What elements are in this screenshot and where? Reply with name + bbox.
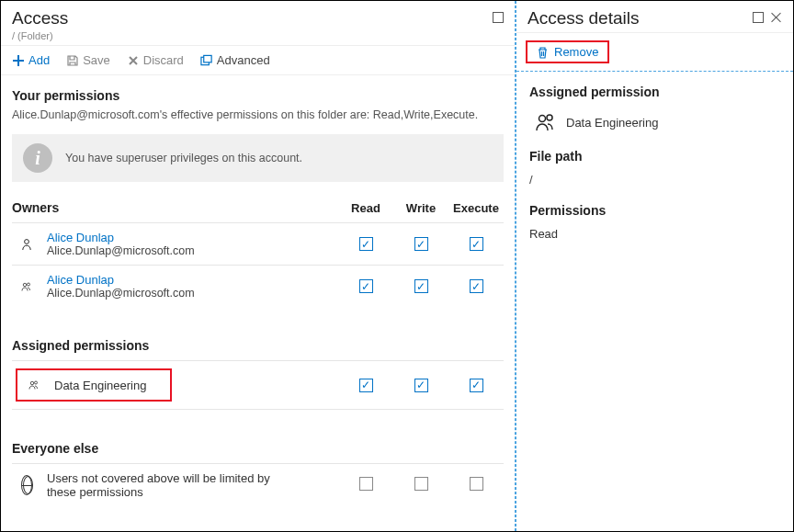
group-icon	[23, 374, 45, 396]
close-icon[interactable]	[771, 12, 782, 23]
execute-checkbox[interactable]: ✓	[470, 379, 483, 392]
add-label: Add	[28, 53, 50, 67]
discard-icon	[127, 54, 140, 67]
person-icon	[16, 233, 38, 255]
info-icon: i	[23, 143, 52, 173]
svg-point-7	[539, 116, 546, 122]
svg-rect-1	[204, 55, 211, 62]
execute-checkbox[interactable]: ✓	[470, 237, 483, 251]
advanced-button[interactable]: Advanced	[200, 53, 270, 67]
globe-icon	[16, 474, 38, 496]
remove-button[interactable]: Remove	[526, 40, 609, 63]
write-checkbox[interactable]: ✓	[414, 379, 428, 392]
plus-icon	[12, 54, 25, 67]
permissions-value: Read	[529, 227, 780, 241]
save-label: Save	[83, 53, 110, 67]
col-read: Read	[338, 200, 393, 223]
filepath-value: /	[529, 173, 780, 187]
access-pane: Access / (Folder) Add Save	[1, 1, 516, 531]
svg-point-8	[547, 115, 552, 120]
access-header: Access / (Folder)	[1, 1, 515, 45]
owners-title: Owners	[12, 200, 338, 223]
col-write: Write	[393, 200, 448, 223]
assigned-perm-title: Assigned permission	[529, 85, 780, 99]
save-button[interactable]: Save	[66, 53, 110, 67]
owners-table: Owners Read Write Execute Alice Dunlap	[12, 200, 504, 314]
col-execute: Execute	[448, 200, 504, 223]
owner-name: Alice Dunlap	[47, 273, 195, 287]
execute-checkbox[interactable]	[470, 477, 483, 491]
assigned-table: Data Engineering ✓ ✓ ✓	[12, 360, 504, 417]
discard-label: Discard	[143, 53, 184, 67]
assigned-name: Data Engineering	[566, 116, 658, 130]
info-banner: i You have superuser privileges on this …	[12, 134, 504, 182]
table-row: Users not covered above will be limited …	[12, 463, 504, 506]
everyone-title: Everyone else	[12, 441, 504, 456]
breadcrumb: / (Folder)	[12, 30, 68, 41]
remove-label: Remove	[554, 45, 598, 59]
your-permissions-desc: Alice.Dunlap@microsoft.com's effective p…	[12, 108, 504, 121]
write-checkbox[interactable]: ✓	[414, 279, 428, 293]
add-button[interactable]: Add	[12, 53, 50, 67]
maximize-icon[interactable]	[753, 12, 764, 23]
svg-point-5	[30, 381, 34, 385]
discard-button[interactable]: Discard	[127, 53, 184, 67]
read-checkbox[interactable]: ✓	[359, 279, 373, 293]
svg-point-2	[25, 239, 29, 243]
filepath-title: File path	[529, 149, 780, 164]
table-row[interactable]: Alice Dunlap Alice.Dunlap@microsoft.com …	[12, 266, 504, 308]
write-checkbox[interactable]: ✓	[414, 237, 428, 251]
table-row[interactable]: Alice Dunlap Alice.Dunlap@microsoft.com …	[12, 223, 504, 266]
advanced-icon	[200, 54, 213, 67]
owner-name: Alice Dunlap	[47, 231, 195, 244]
assigned-entry-highlight: Data Engineering	[16, 368, 172, 402]
assigned-title: Assigned permissions	[12, 338, 504, 353]
read-checkbox[interactable]	[359, 477, 373, 491]
svg-point-4	[28, 283, 30, 286]
trash-icon	[537, 46, 549, 59]
execute-checkbox[interactable]: ✓	[470, 279, 483, 293]
everyone-text: Users not covered above will be limited …	[47, 471, 295, 499]
table-row[interactable]: Data Engineering ✓ ✓ ✓	[12, 361, 504, 410]
save-icon	[66, 54, 79, 67]
permissions-title: Permissions	[529, 203, 780, 218]
maximize-icon[interactable]	[493, 12, 504, 23]
group-icon	[535, 112, 557, 132]
details-content: Assigned permission Data Engineering Fil…	[516, 72, 793, 254]
write-checkbox[interactable]	[414, 477, 428, 491]
assigned-name: Data Engineering	[54, 379, 146, 392]
owner-email: Alice.Dunlap@microsoft.com	[47, 244, 195, 257]
details-header: Access details	[516, 1, 793, 32]
your-permissions-title: Your permissions	[12, 88, 504, 103]
owner-email: Alice.Dunlap@microsoft.com	[47, 287, 195, 300]
everyone-table: Users not covered above will be limited …	[12, 463, 504, 506]
group-icon	[16, 276, 38, 298]
svg-point-3	[23, 283, 27, 287]
read-checkbox[interactable]: ✓	[359, 379, 373, 392]
content-area: Your permissions Alice.Dunlap@microsoft.…	[1, 75, 515, 517]
pane-title: Access	[12, 8, 68, 28]
info-text: You have superuser privileges on this ac…	[65, 152, 302, 164]
advanced-label: Advanced	[217, 53, 270, 67]
toolbar: Add Save Discard Advanced	[1, 45, 515, 75]
details-title: Access details	[527, 8, 639, 28]
svg-point-6	[35, 381, 38, 384]
details-pane: Access details Remove Assigned permissio…	[516, 1, 793, 531]
read-checkbox[interactable]: ✓	[359, 237, 373, 251]
